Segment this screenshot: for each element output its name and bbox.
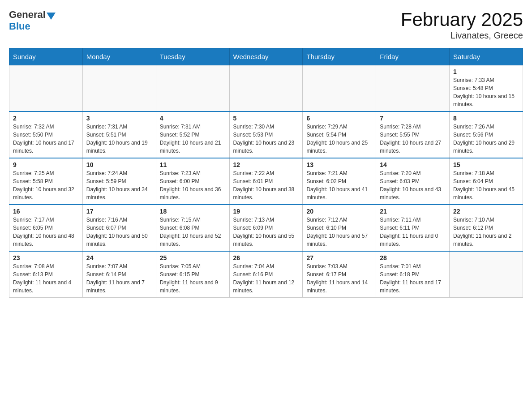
calendar-cell: 23Sunrise: 7:08 AMSunset: 6:13 PMDayligh… (9, 251, 83, 298)
day-number: 16 (13, 208, 79, 215)
calendar-cell: 12Sunrise: 7:22 AMSunset: 6:01 PMDayligh… (229, 158, 303, 205)
day-number: 3 (86, 115, 152, 122)
calendar-cell: 8Sunrise: 7:26 AMSunset: 5:56 PMDaylight… (450, 111, 523, 158)
day-number: 14 (380, 161, 446, 168)
day-info: Sunrise: 7:23 AMSunset: 6:00 PMDaylight:… (160, 169, 226, 201)
calendar-cell: 17Sunrise: 7:16 AMSunset: 6:07 PMDayligh… (82, 205, 156, 251)
day-number: 1 (453, 68, 519, 75)
day-info: Sunrise: 7:28 AMSunset: 5:55 PMDaylight:… (380, 123, 446, 155)
logo-triangle-icon (47, 13, 56, 20)
day-number: 5 (233, 115, 299, 122)
day-info: Sunrise: 7:18 AMSunset: 6:04 PMDaylight:… (453, 169, 519, 201)
calendar-header-friday: Friday (376, 48, 450, 65)
day-info: Sunrise: 7:13 AMSunset: 6:09 PMDaylight:… (233, 216, 299, 248)
calendar-cell: 9Sunrise: 7:25 AMSunset: 5:58 PMDaylight… (9, 158, 83, 205)
day-info: Sunrise: 7:32 AMSunset: 5:50 PMDaylight:… (13, 123, 79, 155)
calendar-cell: 28Sunrise: 7:01 AMSunset: 6:18 PMDayligh… (376, 251, 450, 298)
calendar-cell (450, 251, 523, 298)
calendar-cell: 19Sunrise: 7:13 AMSunset: 6:09 PMDayligh… (229, 205, 303, 251)
calendar-header-row: SundayMondayTuesdayWednesdayThursdayFrid… (9, 48, 523, 65)
calendar-cell: 14Sunrise: 7:20 AMSunset: 6:03 PMDayligh… (376, 158, 450, 205)
calendar-cell: 27Sunrise: 7:03 AMSunset: 6:17 PMDayligh… (303, 251, 376, 298)
day-info: Sunrise: 7:22 AMSunset: 6:01 PMDaylight:… (233, 169, 299, 201)
day-number: 15 (453, 161, 519, 168)
day-info: Sunrise: 7:17 AMSunset: 6:05 PMDaylight:… (13, 216, 79, 248)
calendar-header-thursday: Thursday (303, 48, 376, 65)
day-number: 26 (233, 254, 299, 261)
calendar-header-wednesday: Wednesday (229, 48, 303, 65)
day-number: 10 (86, 161, 152, 168)
calendar-week-row: 16Sunrise: 7:17 AMSunset: 6:05 PMDayligh… (9, 205, 523, 251)
calendar-header-monday: Monday (82, 48, 156, 65)
calendar-week-row: 9Sunrise: 7:25 AMSunset: 5:58 PMDaylight… (9, 158, 523, 205)
calendar-header-sunday: Sunday (9, 48, 83, 65)
calendar-cell (82, 65, 156, 112)
day-number: 12 (233, 161, 299, 168)
day-info: Sunrise: 7:31 AMSunset: 5:51 PMDaylight:… (86, 123, 152, 155)
day-info: Sunrise: 7:24 AMSunset: 5:59 PMDaylight:… (86, 169, 152, 201)
day-info: Sunrise: 7:04 AMSunset: 6:16 PMDaylight:… (233, 262, 299, 295)
day-number: 28 (380, 254, 446, 261)
calendar-cell: 7Sunrise: 7:28 AMSunset: 5:55 PMDaylight… (376, 111, 450, 158)
day-number: 7 (380, 115, 446, 122)
calendar-cell (9, 65, 83, 112)
calendar-cell: 6Sunrise: 7:29 AMSunset: 5:54 PMDaylight… (303, 111, 376, 158)
day-number: 4 (160, 115, 226, 122)
calendar-header-tuesday: Tuesday (156, 48, 229, 65)
logo-general-text: General (9, 9, 46, 21)
day-number: 13 (306, 161, 372, 168)
calendar-cell: 15Sunrise: 7:18 AMSunset: 6:04 PMDayligh… (450, 158, 523, 205)
calendar-week-row: 1Sunrise: 7:33 AMSunset: 5:48 PMDaylight… (9, 65, 523, 112)
calendar-week-row: 23Sunrise: 7:08 AMSunset: 6:13 PMDayligh… (9, 251, 523, 298)
calendar-cell (229, 65, 303, 112)
day-info: Sunrise: 7:15 AMSunset: 6:08 PMDaylight:… (160, 216, 226, 248)
calendar-cell: 18Sunrise: 7:15 AMSunset: 6:08 PMDayligh… (156, 205, 229, 251)
calendar-cell: 10Sunrise: 7:24 AMSunset: 5:59 PMDayligh… (82, 158, 156, 205)
day-info: Sunrise: 7:03 AMSunset: 6:17 PMDaylight:… (306, 262, 372, 295)
day-info: Sunrise: 7:30 AMSunset: 5:53 PMDaylight:… (233, 123, 299, 155)
day-info: Sunrise: 7:33 AMSunset: 5:48 PMDaylight:… (453, 76, 519, 108)
day-number: 18 (160, 208, 226, 215)
day-info: Sunrise: 7:11 AMSunset: 6:11 PMDaylight:… (380, 216, 446, 248)
day-number: 21 (380, 208, 446, 215)
day-info: Sunrise: 7:31 AMSunset: 5:52 PMDaylight:… (160, 123, 226, 155)
calendar-cell: 21Sunrise: 7:11 AMSunset: 6:11 PMDayligh… (376, 205, 450, 251)
calendar-cell: 13Sunrise: 7:21 AMSunset: 6:02 PMDayligh… (303, 158, 376, 205)
calendar-cell: 4Sunrise: 7:31 AMSunset: 5:52 PMDaylight… (156, 111, 229, 158)
day-number: 19 (233, 208, 299, 215)
day-info: Sunrise: 7:08 AMSunset: 6:13 PMDaylight:… (13, 262, 79, 295)
day-info: Sunrise: 7:20 AMSunset: 6:03 PMDaylight:… (380, 169, 446, 201)
day-number: 11 (160, 161, 226, 168)
calendar-cell: 1Sunrise: 7:33 AMSunset: 5:48 PMDaylight… (450, 65, 523, 112)
calendar-cell: 20Sunrise: 7:12 AMSunset: 6:10 PMDayligh… (303, 205, 376, 251)
day-info: Sunrise: 7:12 AMSunset: 6:10 PMDaylight:… (306, 216, 372, 248)
day-info: Sunrise: 7:10 AMSunset: 6:12 PMDaylight:… (453, 216, 519, 248)
day-number: 24 (86, 254, 152, 261)
day-info: Sunrise: 7:05 AMSunset: 6:15 PMDaylight:… (160, 262, 226, 295)
calendar-cell: 16Sunrise: 7:17 AMSunset: 6:05 PMDayligh… (9, 205, 83, 251)
calendar-week-row: 2Sunrise: 7:32 AMSunset: 5:50 PMDaylight… (9, 111, 523, 158)
calendar-cell: 3Sunrise: 7:31 AMSunset: 5:51 PMDaylight… (82, 111, 156, 158)
day-number: 22 (453, 208, 519, 215)
calendar-cell: 25Sunrise: 7:05 AMSunset: 6:15 PMDayligh… (156, 251, 229, 298)
calendar-header-saturday: Saturday (450, 48, 523, 65)
day-number: 17 (86, 208, 152, 215)
day-number: 9 (13, 161, 79, 168)
day-info: Sunrise: 7:25 AMSunset: 5:58 PMDaylight:… (13, 169, 79, 201)
day-info: Sunrise: 7:16 AMSunset: 6:07 PMDaylight:… (86, 216, 152, 248)
calendar-cell: 2Sunrise: 7:32 AMSunset: 5:50 PMDaylight… (9, 111, 83, 158)
calendar-cell (303, 65, 376, 112)
calendar-cell: 11Sunrise: 7:23 AMSunset: 6:00 PMDayligh… (156, 158, 229, 205)
day-number: 20 (306, 208, 372, 215)
day-info: Sunrise: 7:29 AMSunset: 5:54 PMDaylight:… (306, 123, 372, 155)
calendar-table: SundayMondayTuesdayWednesdayThursdayFrid… (9, 48, 523, 298)
day-number: 2 (13, 115, 79, 122)
logo: General Blue (9, 9, 56, 32)
day-info: Sunrise: 7:21 AMSunset: 6:02 PMDaylight:… (306, 169, 372, 201)
day-number: 27 (306, 254, 372, 261)
calendar-cell: 26Sunrise: 7:04 AMSunset: 6:16 PMDayligh… (229, 251, 303, 298)
day-info: Sunrise: 7:07 AMSunset: 6:14 PMDaylight:… (86, 262, 152, 295)
day-info: Sunrise: 7:01 AMSunset: 6:18 PMDaylight:… (380, 262, 446, 295)
logo-blue-text: Blue (9, 21, 30, 32)
calendar-cell: 22Sunrise: 7:10 AMSunset: 6:12 PMDayligh… (450, 205, 523, 251)
